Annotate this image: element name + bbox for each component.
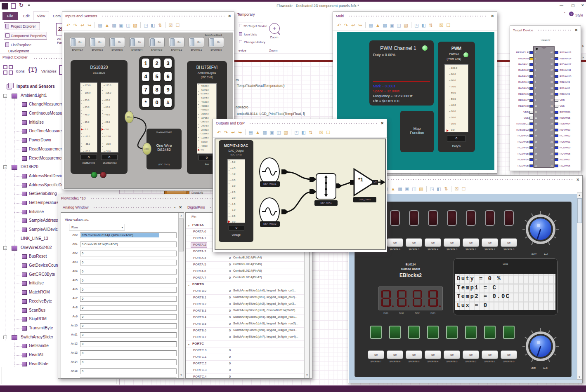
svg-text:*1: *1 xyxy=(358,176,363,183)
